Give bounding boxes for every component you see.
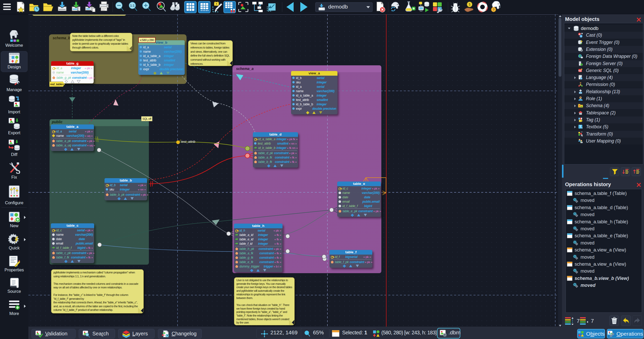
svg-text:SQL: SQL bbox=[578, 70, 582, 72]
svg-text:$: $ bbox=[469, 2, 471, 6]
svg-text:?: ? bbox=[493, 8, 495, 12]
svg-text:1: 1 bbox=[581, 35, 582, 37]
svg-text:{: { bbox=[579, 75, 580, 78]
svg-text:1:1: 1:1 bbox=[130, 4, 135, 7]
svg-text:T: T bbox=[579, 125, 582, 129]
svg-text:REL: REL bbox=[579, 92, 582, 93]
svg-text:A: A bbox=[579, 33, 580, 35]
